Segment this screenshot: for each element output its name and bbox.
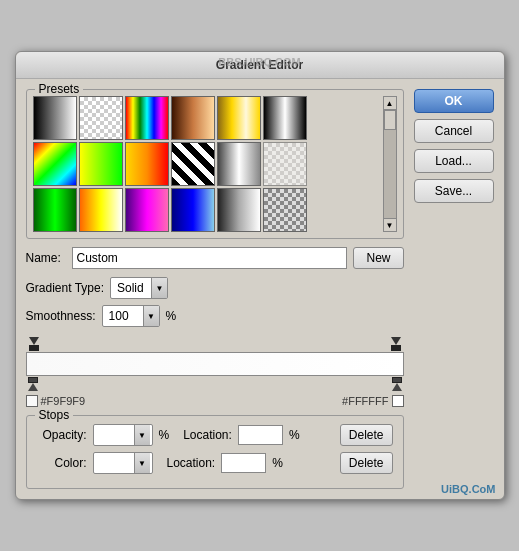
left-color-hex: #F9F9F9: [41, 395, 86, 407]
opacity-delete-button[interactable]: Delete: [340, 424, 393, 446]
presets-grid: [33, 96, 379, 232]
color-location-unit: %: [272, 456, 283, 470]
gradient-type-label: Gradient Type:: [26, 281, 105, 295]
stop-arrow-down-left: [29, 337, 39, 345]
dialog-content: Presets: [16, 79, 504, 499]
stop-rect-right: [391, 345, 401, 351]
opacity-location-label: Location:: [183, 428, 232, 442]
color-labels-row: #F9F9F9 #FFFFFF: [26, 395, 404, 407]
presets-group: Presets: [26, 89, 404, 239]
preset-item[interactable]: [171, 188, 215, 232]
color-delete-button[interactable]: Delete: [340, 452, 393, 474]
gradient-type-row: Gradient Type: Solid ▼: [26, 277, 404, 299]
opacity-stop-left[interactable]: [28, 337, 40, 351]
color-location-input[interactable]: [221, 453, 266, 473]
preset-item[interactable]: [263, 142, 307, 186]
color-location-label: Location:: [167, 456, 216, 470]
new-button[interactable]: New: [353, 247, 403, 269]
scroll-up-arrow[interactable]: ▲: [383, 96, 397, 110]
preset-item[interactable]: [79, 96, 123, 140]
presets-legend: Presets: [35, 82, 84, 96]
color-arrow[interactable]: ▼: [134, 453, 150, 473]
name-row: Name: New: [26, 247, 404, 269]
scroll-down-arrow[interactable]: ▼: [383, 218, 397, 232]
ok-button[interactable]: OK: [414, 89, 494, 113]
preset-item[interactable]: [171, 142, 215, 186]
smoothness-select[interactable]: 100 ▼: [102, 305, 160, 327]
gradient-type-value: Solid: [111, 281, 151, 295]
preset-item[interactable]: [217, 188, 261, 232]
preset-item[interactable]: [79, 188, 123, 232]
opacity-arrow[interactable]: ▼: [134, 425, 150, 445]
preset-item[interactable]: [125, 96, 169, 140]
stop-rect-left: [29, 345, 39, 351]
scroll-track: [383, 110, 397, 218]
preset-item[interactable]: [33, 188, 77, 232]
load-button[interactable]: Load...: [414, 149, 494, 173]
gradient-type-arrow[interactable]: ▼: [151, 278, 167, 298]
right-color-hex: #FFFFFF: [342, 395, 388, 407]
name-input[interactable]: [72, 247, 348, 269]
title-bar: Gradient Editor BBS.UIBQ.COM: [16, 52, 504, 79]
watermark: BBS.UIBQ.COM: [218, 56, 301, 68]
gradient-bar-container: [26, 337, 404, 391]
preset-item[interactable]: [217, 142, 261, 186]
preset-item[interactable]: [263, 188, 307, 232]
color-label: Color:: [37, 456, 87, 470]
smoothness-value: 100: [103, 309, 143, 323]
stops-legend: Stops: [35, 408, 74, 422]
preset-item[interactable]: [171, 96, 215, 140]
gradient-bar[interactable]: [26, 352, 404, 376]
preset-item[interactable]: [217, 96, 261, 140]
preset-item[interactable]: [33, 142, 77, 186]
cancel-button[interactable]: Cancel: [414, 119, 494, 143]
watermark-bottom: UiBQ.CoM: [441, 483, 495, 495]
stop-arrow-down-right: [391, 337, 401, 345]
preset-item[interactable]: [263, 96, 307, 140]
gradient-editor-dialog: Gradient Editor BBS.UIBQ.COM Presets: [15, 51, 505, 500]
scroll-thumb[interactable]: [384, 110, 396, 130]
opacity-label: Opacity:: [37, 428, 87, 442]
opacity-location-input[interactable]: [238, 425, 283, 445]
gradient-type-select[interactable]: Solid ▼: [110, 277, 168, 299]
preset-item[interactable]: [79, 142, 123, 186]
color-stop-arrow-left: [28, 383, 38, 391]
right-color-swatch: [392, 395, 404, 407]
name-label: Name:: [26, 251, 66, 265]
right-color-label: #FFFFFF: [342, 395, 403, 407]
left-panel: Presets: [26, 89, 404, 489]
opacity-select[interactable]: ▼: [93, 424, 153, 446]
presets-grid-container: ▲ ▼: [33, 96, 397, 232]
color-stops-row: [26, 377, 404, 391]
left-color-swatch: [26, 395, 38, 407]
smoothness-label: Smoothness:: [26, 309, 96, 323]
smoothness-row: Smoothness: 100 ▼ %: [26, 305, 404, 327]
opacity-unit: %: [159, 428, 170, 442]
smoothness-unit: %: [166, 309, 177, 323]
left-color-label: #F9F9F9: [26, 395, 86, 407]
color-row: Color: ▼ Location: % Delete: [37, 452, 393, 474]
preset-item[interactable]: [33, 96, 77, 140]
opacity-row: Opacity: ▼ % Location: % Delete: [37, 424, 393, 446]
preset-item[interactable]: [125, 142, 169, 186]
color-select[interactable]: ▼: [93, 452, 153, 474]
right-panel: OK Cancel Load... Save...: [414, 89, 494, 489]
presets-scrollbar: ▲ ▼: [383, 96, 397, 232]
preset-item[interactable]: [125, 188, 169, 232]
save-button[interactable]: Save...: [414, 179, 494, 203]
stops-group: Stops Opacity: ▼ % Location: % Delete: [26, 415, 404, 489]
color-stop-arrow-right: [392, 383, 402, 391]
color-stop-left[interactable]: [28, 377, 38, 391]
smoothness-arrow[interactable]: ▼: [143, 306, 159, 326]
opacity-stops-row: [26, 337, 404, 351]
opacity-stop-right[interactable]: [390, 337, 402, 351]
opacity-location-unit: %: [289, 428, 300, 442]
color-stop-right[interactable]: [392, 377, 402, 391]
